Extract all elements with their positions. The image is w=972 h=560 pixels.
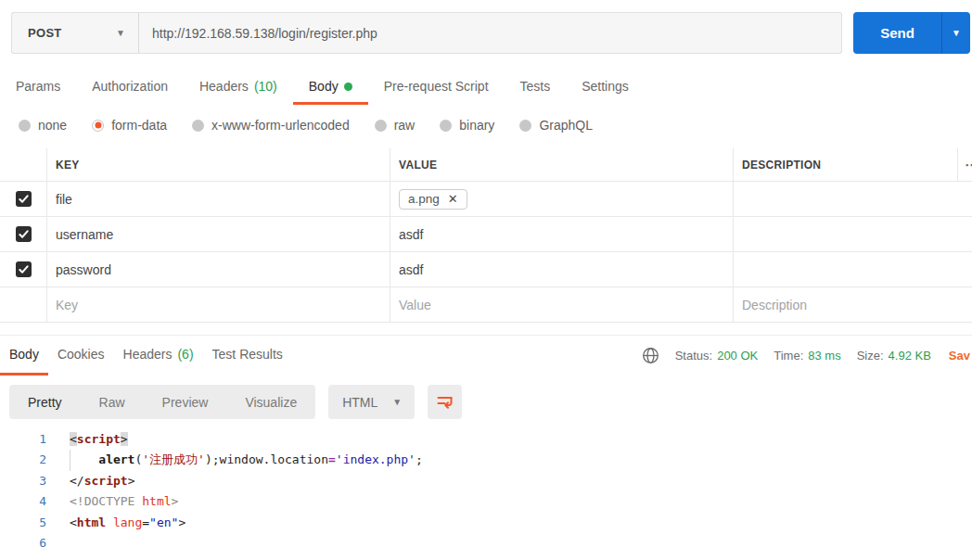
key-cell[interactable]: Key xyxy=(46,287,390,322)
response-code-viewer[interactable]: 1<script>2 alert('注册成功');window.location… xyxy=(0,429,972,554)
file-name: a.png xyxy=(408,192,440,206)
checkbox-checked[interactable] xyxy=(16,191,32,207)
format-dropdown[interactable]: HTML ▼ xyxy=(328,385,415,419)
code-line: 1<script> xyxy=(0,429,972,450)
status-label: Status: xyxy=(675,349,712,363)
response-tabs: Body Cookies Headers (6) Test Results xyxy=(0,336,292,375)
code-token: > xyxy=(178,515,185,529)
radio-form-data[interactable]: form-data xyxy=(92,118,167,133)
globe-icon[interactable] xyxy=(642,347,659,364)
code-token: script xyxy=(84,474,128,488)
file-chip: a.png ✕ xyxy=(399,189,467,210)
check-icon xyxy=(19,264,29,274)
key-cell[interactable]: username xyxy=(46,217,390,251)
wrap-lines-button[interactable] xyxy=(428,385,462,419)
tab-label: Settings xyxy=(582,79,629,94)
line-number: 4 xyxy=(0,491,46,512)
tab-label: Params xyxy=(16,79,60,94)
view-pretty[interactable]: Pretty xyxy=(9,385,81,419)
view-raw[interactable]: Raw xyxy=(81,385,144,419)
code-token: ; xyxy=(416,452,423,466)
request-tabs: Params Authorization Headers (10) Body P… xyxy=(0,70,972,105)
value-cell[interactable]: asdf xyxy=(390,252,733,286)
key-text: password xyxy=(56,262,111,277)
tab-settings[interactable]: Settings xyxy=(566,70,645,105)
line-number: 5 xyxy=(0,513,46,533)
key-cell[interactable]: password xyxy=(46,252,390,286)
code-line-content: <script> xyxy=(70,429,128,450)
radio-none[interactable]: none xyxy=(19,118,67,133)
table-header-row: KEY VALUE DESCRIPTION ⋯ xyxy=(0,148,972,182)
tab-tests[interactable]: Tests xyxy=(505,70,567,105)
code-line-content: </script> xyxy=(70,471,134,491)
time-value: 83 ms xyxy=(808,349,840,363)
tab-pre-request-script[interactable]: Pre-request Script xyxy=(368,70,505,105)
code-token: html xyxy=(142,494,171,508)
more-options-icon[interactable]: ⋯ xyxy=(965,157,972,173)
line-number: 3 xyxy=(0,471,46,491)
tab-label: Body xyxy=(9,347,39,362)
send-options-button[interactable]: ▼ xyxy=(942,12,970,54)
check-icon xyxy=(19,229,29,239)
size-value: 4.92 KB xyxy=(889,349,931,363)
method-dropdown[interactable]: POST ▼ xyxy=(11,12,139,54)
key-placeholder: Key xyxy=(56,298,78,312)
view-preview[interactable]: Preview xyxy=(144,385,227,419)
radio-x-www-form-urlencoded[interactable]: x-www-form-urlencoded xyxy=(192,118,350,133)
radio-icon xyxy=(375,120,387,132)
code-line: 3</script> xyxy=(0,471,972,491)
code-token: "en" xyxy=(149,515,178,529)
row-check-cell xyxy=(0,217,46,251)
radio-icon xyxy=(192,120,204,132)
tab-authorization[interactable]: Authorization xyxy=(76,70,184,105)
tab-label: Cookies xyxy=(58,347,105,362)
description-column-header: DESCRIPTION xyxy=(733,148,957,181)
value-text: asdf xyxy=(399,262,423,277)
url-text: http://192.168.59.138/login/register.php xyxy=(152,26,377,41)
code-token: > xyxy=(128,474,135,488)
code-token: = xyxy=(328,452,336,466)
remove-file-icon[interactable]: ✕ xyxy=(448,193,458,205)
code-token: alert xyxy=(98,452,134,466)
send-button[interactable]: Send xyxy=(853,12,942,54)
checkbox-checked[interactable] xyxy=(16,261,32,277)
green-dot-icon xyxy=(344,83,352,91)
tab-headers[interactable]: Headers (10) xyxy=(184,70,293,105)
tab-test-results[interactable]: Test Results xyxy=(203,336,292,375)
code-line: 6 xyxy=(0,533,972,554)
code-token: script xyxy=(77,432,121,446)
code-token: </ xyxy=(70,474,84,488)
value-cell[interactable]: Value xyxy=(390,287,733,322)
tab-params[interactable]: Params xyxy=(0,70,76,105)
tab-response-body[interactable]: Body xyxy=(0,336,48,375)
key-cell[interactable]: file xyxy=(46,182,390,216)
description-cell[interactable] xyxy=(733,182,957,216)
chevron-down-icon: ▼ xyxy=(116,29,125,38)
code-token: < xyxy=(70,515,77,529)
line-number: 6 xyxy=(0,533,46,554)
radio-binary[interactable]: binary xyxy=(440,118,494,133)
radio-raw[interactable]: raw xyxy=(375,118,416,133)
description-cell[interactable] xyxy=(733,217,957,251)
view-visualize[interactable]: Visualize xyxy=(226,385,315,419)
radio-graphql[interactable]: GraphQL xyxy=(519,118,593,133)
checkbox-checked[interactable] xyxy=(16,226,32,242)
table-row-password: password asdf xyxy=(0,252,972,287)
code-line-content: <html lang="en"> xyxy=(70,513,185,533)
save-response-button[interactable]: Sav xyxy=(949,349,970,363)
radio-label: raw xyxy=(394,118,416,133)
code-line-content: alert('注册成功');window.location='index.php… xyxy=(70,450,423,470)
seg-label: Pretty xyxy=(28,395,62,410)
code-token: '注册成功' xyxy=(142,452,205,466)
radio-label: form-data xyxy=(111,118,167,133)
value-cell[interactable]: asdf xyxy=(390,217,733,251)
tab-cookies[interactable]: Cookies xyxy=(48,336,114,375)
tab-body[interactable]: Body xyxy=(293,70,368,105)
tab-response-headers[interactable]: Headers (6) xyxy=(114,336,203,375)
value-cell[interactable]: a.png ✕ xyxy=(390,182,733,216)
code-line: 5<html lang="en"> xyxy=(0,513,972,533)
description-cell[interactable] xyxy=(733,252,957,286)
url-input[interactable]: http://192.168.59.138/login/register.php xyxy=(139,12,842,54)
description-cell[interactable]: Description xyxy=(733,287,957,322)
description-placeholder: Description xyxy=(742,298,807,312)
